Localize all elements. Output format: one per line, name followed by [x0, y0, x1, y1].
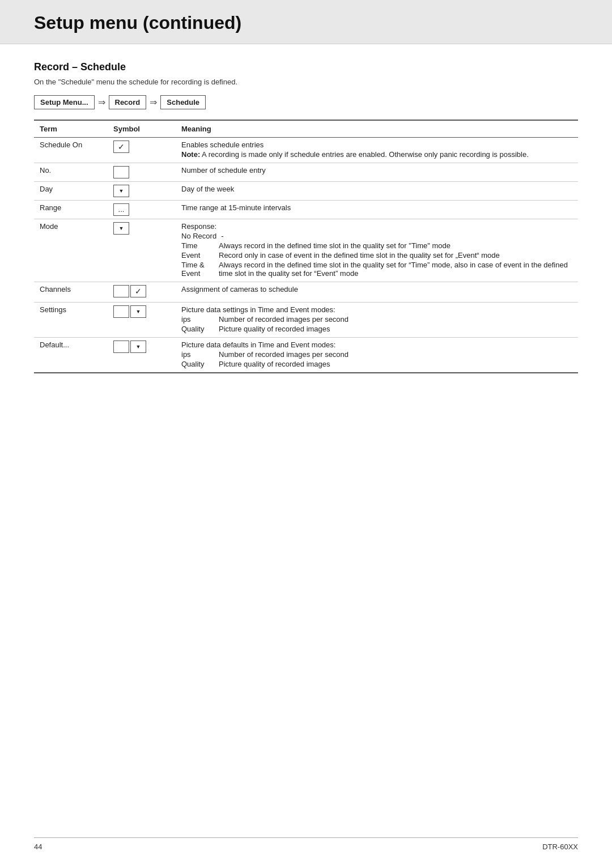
table-row: Mode ▼ Response: No Record - Time Always… — [34, 219, 578, 282]
meaning-sub-row: Quality Picture quality of recorded imag… — [181, 360, 572, 368]
col-header-meaning: Meaning — [176, 120, 578, 138]
meaning-line: Picture data settings in Time and Event … — [181, 305, 572, 314]
cell-symbol: ▼ — [108, 338, 176, 373]
cell-meaning: Time range at 15-minute intervals — [176, 201, 578, 219]
sub-term: ips — [181, 315, 214, 324]
cell-term: Channels — [34, 282, 108, 303]
cell-symbol: ✓ — [108, 138, 176, 163]
cell-symbol: ... — [108, 201, 176, 219]
col-header-term: Term — [34, 120, 108, 138]
sub-term: Time &Event — [181, 261, 214, 278]
cell-meaning: Number of schedule entry — [176, 163, 578, 182]
page-footer: 44 DTR-60XX — [34, 837, 578, 851]
cell-term: Range — [34, 201, 108, 219]
page: Setup menu (continued) Record – Schedule… — [0, 0, 612, 868]
symbol-dropdown: ▼ — [113, 185, 129, 197]
meaning-sub-row: ips Number of recorded images per second — [181, 315, 572, 324]
symbol-box-dropdown: ▼ — [113, 341, 146, 353]
breadcrumb-arrow-1: ⇒ — [98, 97, 105, 108]
meaning-sub-row: Event Record only in case of event in th… — [181, 251, 572, 259]
breadcrumb-arrow-2: ⇒ — [150, 97, 157, 108]
table-row: Settings ▼ Picture data settings in Time… — [34, 303, 578, 338]
sub-term: Quality — [181, 360, 214, 368]
meaning-line: Enables schedule entries — [181, 141, 572, 149]
cell-symbol: ▼ — [108, 303, 176, 338]
table-row: Schedule On ✓ Enables schedule entriesNo… — [34, 138, 578, 163]
section-title: Record – Schedule — [34, 61, 578, 73]
cell-symbol: ▼ — [108, 182, 176, 201]
sub-term: ips — [181, 350, 214, 359]
symbol-box — [113, 166, 129, 178]
table-row: Day ▼ Day of the week — [34, 182, 578, 201]
sub-term: Quality — [181, 325, 214, 333]
meaning-sub-row: Quality Picture quality of recorded imag… — [181, 325, 572, 333]
cell-term: No. — [34, 163, 108, 182]
meaning-line: Response: — [181, 222, 572, 231]
breadcrumb: Setup Menu... ⇒ Record ⇒ Schedule — [34, 95, 578, 109]
meaning-line: Day of the week — [181, 185, 572, 193]
cell-meaning: Response: No Record - Time Always record… — [176, 219, 578, 282]
table-row: Range ... Time range at 15-minute interv… — [34, 201, 578, 219]
breadcrumb-record: Record — [109, 95, 147, 109]
symbol-box-check: ✓ — [113, 285, 146, 297]
sub-term: Time — [181, 241, 214, 250]
symbol-dropdown: ▼ — [113, 222, 129, 235]
main-table: Term Symbol Meaning Schedule On ✓ Enable… — [34, 120, 578, 373]
sub-text: Always record in the defined time slot i… — [219, 261, 572, 278]
table-row: Default... ▼ Picture data defaults in Ti… — [34, 338, 578, 373]
meaning-line: Time range at 15-minute intervals — [181, 203, 572, 212]
sub-text: Always record in the defined time slot i… — [219, 241, 450, 250]
table-header-row: Term Symbol Meaning — [34, 120, 578, 138]
sub-term: Event — [181, 251, 214, 259]
col-header-symbol: Symbol — [108, 120, 176, 138]
breadcrumb-schedule: Schedule — [160, 95, 206, 109]
cell-meaning: Day of the week — [176, 182, 578, 201]
section-description: On the "Schedule" menu the schedule for … — [34, 78, 578, 86]
table-row: No. Number of schedule entry — [34, 163, 578, 182]
table-row: Channels ✓ Assignment of cameras to sche… — [34, 282, 578, 303]
page-title: Setup menu (continued) — [34, 12, 578, 33]
meaning-line: Number of schedule entry — [181, 166, 572, 175]
meaning-sub-row: ips Number of recorded images per second — [181, 350, 572, 359]
cell-symbol: ▼ — [108, 219, 176, 282]
cell-symbol: ✓ — [108, 282, 176, 303]
meaning-sub-row: Time Always record in the defined time s… — [181, 241, 572, 250]
sub-text: Picture quality of recorded images — [219, 325, 330, 333]
cell-term: Schedule On — [34, 138, 108, 163]
cell-term: Default... — [34, 338, 108, 373]
cell-symbol — [108, 163, 176, 182]
sub-text: Number of recorded images per second — [219, 350, 348, 359]
cell-meaning: Picture data settings in Time and Event … — [176, 303, 578, 338]
cell-term: Mode — [34, 219, 108, 282]
page-header: Setup menu (continued) — [0, 0, 612, 44]
symbol-checkbox: ✓ — [113, 141, 129, 153]
sub-term: No Record — [181, 232, 216, 240]
meaning-line: Picture data defaults in Time and Event … — [181, 341, 572, 349]
sub-text: Picture quality of recorded images — [219, 360, 330, 368]
meaning-line: Assignment of cameras to schedule — [181, 285, 572, 293]
sub-text: Record only in case of event in the defi… — [219, 251, 500, 259]
meaning-sub-row: No Record - — [181, 232, 572, 240]
cell-meaning: Picture data defaults in Time and Event … — [176, 338, 578, 373]
symbol-dots: ... — [113, 203, 129, 216]
footer-page-number: 44 — [34, 843, 42, 851]
sub-text: - — [221, 232, 223, 240]
symbol-box-dropdown: ▼ — [113, 305, 146, 318]
cell-term: Settings — [34, 303, 108, 338]
breadcrumb-setup-menu: Setup Menu... — [34, 95, 95, 109]
cell-meaning: Enables schedule entriesNote: A recordin… — [176, 138, 578, 163]
meaning-sub-row: Time &Event Always record in the defined… — [181, 261, 572, 278]
meaning-note: Note: A recording is made only if schedu… — [181, 150, 572, 159]
footer-model: DTR-60XX — [542, 843, 578, 851]
cell-term: Day — [34, 182, 108, 201]
cell-meaning: Assignment of cameras to schedule — [176, 282, 578, 303]
sub-text: Number of recorded images per second — [219, 315, 348, 324]
